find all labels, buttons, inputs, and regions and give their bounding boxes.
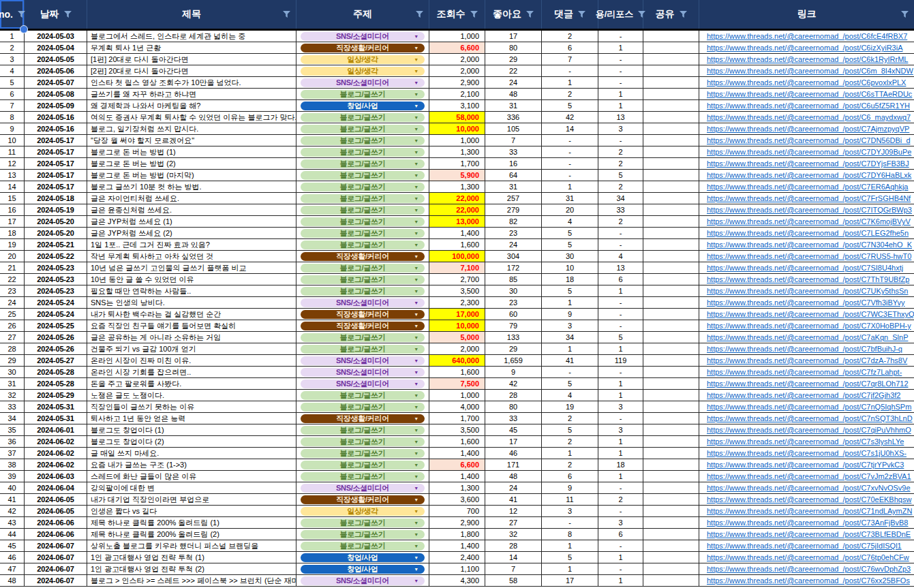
repost-cell[interactable]: - [598, 413, 643, 424]
topic-dropdown[interactable]: 직장생활/커리어 ▼ [301, 44, 425, 52]
row-number-cell[interactable]: 20 [0, 251, 25, 262]
chevron-down-icon[interactable]: ▼ [414, 69, 418, 74]
post-link[interactable]: https://www.threads.net/@careernomad_/po… [707, 368, 902, 376]
comments-cell[interactable]: 5 [542, 424, 598, 435]
title-cell[interactable]: 10년 넘은 글쓰기 고인물의 글쓰기 플랫폼 비교 [87, 262, 296, 273]
chevron-down-icon[interactable]: ▼ [414, 544, 418, 548]
repost-cell[interactable]: 18 [598, 459, 643, 470]
repost-cell[interactable]: - [598, 77, 643, 88]
views-cell[interactable]: 3,600 [429, 494, 485, 505]
title-cell[interactable]: 블로그도 창업이다 (1) [87, 424, 296, 435]
title-cell[interactable]: 상위노출 블로그를 키우라 했더니 퍼스널 브랜딩을 [87, 540, 296, 551]
share-cell[interactable] [643, 471, 699, 482]
views-cell[interactable]: 2,400 [429, 552, 485, 563]
repost-cell[interactable]: 6 [598, 529, 643, 540]
chevron-down-icon[interactable]: ▼ [414, 486, 418, 491]
row-number-cell[interactable]: 42 [0, 506, 25, 516]
views-cell[interactable]: 6,600 [429, 42, 485, 53]
row-number-cell[interactable]: 48 [0, 575, 25, 586]
comments-cell[interactable]: 19 [542, 401, 598, 412]
title-cell[interactable]: 글 매일 쓰지 마세요. [87, 448, 296, 459]
chevron-down-icon[interactable]: ▼ [414, 405, 418, 409]
comments-cell[interactable]: 2 [542, 31, 598, 42]
likes-cell[interactable]: 257 [485, 193, 542, 204]
topic-dropdown[interactable]: 일상/생각 ▼ [301, 507, 425, 516]
views-cell[interactable]: 1,400 [429, 540, 485, 551]
row-number-cell[interactable]: 41 [0, 494, 25, 505]
post-link[interactable]: https://www.threads.net/@careernomad_/po… [707, 322, 911, 330]
repost-cell[interactable]: 1 [598, 390, 643, 401]
title-cell[interactable]: 블로그 글쓰기 10분 컷 하는 방법. [87, 181, 296, 192]
chevron-down-icon[interactable]: ▼ [414, 138, 418, 143]
share-cell[interactable] [643, 540, 699, 551]
topic-dropdown[interactable]: 블로그/글쓰기 ▼ [301, 206, 425, 215]
views-cell[interactable]: 3,100 [429, 100, 485, 111]
topic-dropdown[interactable]: SNS/소셜미디어 ▼ [301, 78, 425, 87]
share-cell[interactable] [643, 285, 699, 296]
repost-cell[interactable]: 2 [598, 181, 643, 192]
comments-cell[interactable]: 5 [542, 239, 598, 250]
chevron-down-icon[interactable]: ▼ [414, 521, 418, 525]
share-cell[interactable] [643, 193, 699, 204]
comments-cell[interactable]: 3 [542, 320, 598, 331]
repost-cell[interactable]: - [598, 65, 643, 76]
post-link[interactable]: https://www.threads.net/@careernomad_/po… [707, 287, 908, 295]
comments-cell[interactable]: 1 [542, 77, 598, 88]
comments-cell[interactable]: 5 [542, 378, 598, 389]
title-cell[interactable]: 블로그도 창업이다 (2) [87, 436, 296, 447]
topic-dropdown[interactable]: 직장생활/커리어 ▼ [301, 252, 425, 261]
repost-cell[interactable]: 3 [598, 424, 643, 435]
likes-cell[interactable]: 82 [485, 216, 542, 227]
topic-dropdown[interactable]: 블로그/글쓰기 ▼ [301, 287, 425, 296]
chevron-down-icon[interactable]: ▼ [414, 254, 418, 259]
topic-dropdown[interactable]: SNS/소셜미디어 ▼ [301, 298, 425, 307]
topic-dropdown[interactable]: 블로그/글쓰기 ▼ [301, 391, 425, 400]
repost-cell[interactable]: 2 [598, 146, 643, 157]
title-cell[interactable]: [2편] 20대로 다시 돌아간다면 [87, 65, 296, 76]
chevron-down-icon[interactable]: ▼ [414, 428, 418, 433]
date-cell[interactable]: 2024-05-28 [25, 367, 87, 377]
row-number-cell[interactable]: 28 [0, 343, 25, 354]
views-cell[interactable]: 10,000 [429, 123, 485, 134]
row-number-cell[interactable]: 36 [0, 436, 25, 447]
chevron-down-icon[interactable]: ▼ [414, 243, 418, 247]
likes-cell[interactable]: 29 [485, 54, 542, 65]
post-link[interactable]: https://www.threads.net/@careernomad_/po… [707, 78, 906, 87]
title-cell[interactable]: 글은 윤종신처럼 쓰세요. [87, 204, 296, 215]
share-cell[interactable] [643, 123, 699, 134]
chevron-down-icon[interactable]: ▼ [414, 324, 418, 328]
likes-cell[interactable]: 48 [485, 471, 542, 482]
views-cell[interactable]: 1,000 [429, 31, 485, 42]
col-header-date[interactable]: 날짜 [25, 0, 87, 29]
title-cell[interactable]: 제목 하나로 클릭률 200% 올려드림 (1) [87, 517, 296, 528]
comments-cell[interactable]: 5 [542, 100, 598, 111]
comments-cell[interactable]: 10 [542, 262, 598, 273]
title-cell[interactable]: 필요할 때만 연락하는 사람들.. [87, 285, 296, 296]
topic-dropdown[interactable]: SNS/소셜미디어 ▼ [301, 356, 425, 365]
comments-cell[interactable]: 7 [542, 54, 598, 65]
likes-cell[interactable]: 14 [485, 552, 542, 563]
title-cell[interactable]: 요즘 내가 글쓰는 구조 (1->3) [87, 459, 296, 470]
date-cell[interactable]: 2024-06-02 [25, 436, 87, 447]
title-cell[interactable]: 글은 JYP처럼 쓰세요 (1) [87, 216, 296, 227]
title-cell[interactable]: 1인 광고대행사 영업 전략 투척 (2) [87, 563, 296, 574]
title-cell[interactable]: SNS는 인생의 낭비다. [87, 297, 296, 308]
topic-dropdown[interactable]: 블로그/글쓰기 ▼ [301, 426, 425, 435]
date-cell[interactable]: 2024-05-04 [25, 42, 87, 53]
views-cell[interactable]: 1,100 [429, 563, 485, 574]
share-cell[interactable] [643, 216, 699, 227]
views-cell[interactable]: 1,300 [429, 482, 485, 493]
row-number-cell[interactable]: 32 [0, 390, 25, 401]
views-cell[interactable]: 1,400 [429, 228, 485, 238]
likes-cell[interactable]: 31 [485, 100, 542, 111]
chevron-down-icon[interactable]: ▼ [414, 161, 418, 166]
chevron-down-icon[interactable]: ▼ [414, 266, 418, 270]
post-link[interactable]: https://www.threads.net/@careernomad_/po… [707, 252, 911, 260]
row-number-cell[interactable]: 19 [0, 239, 25, 250]
date-cell[interactable]: 2024-05-21 [25, 239, 87, 250]
filter-icon[interactable] [470, 11, 478, 18]
repost-cell[interactable]: - [598, 228, 643, 238]
post-link[interactable]: https://www.threads.net/@careernomad_/po… [707, 461, 904, 469]
date-cell[interactable]: 2024-06-07 [25, 575, 87, 586]
comments-cell[interactable]: 4 [542, 216, 598, 227]
